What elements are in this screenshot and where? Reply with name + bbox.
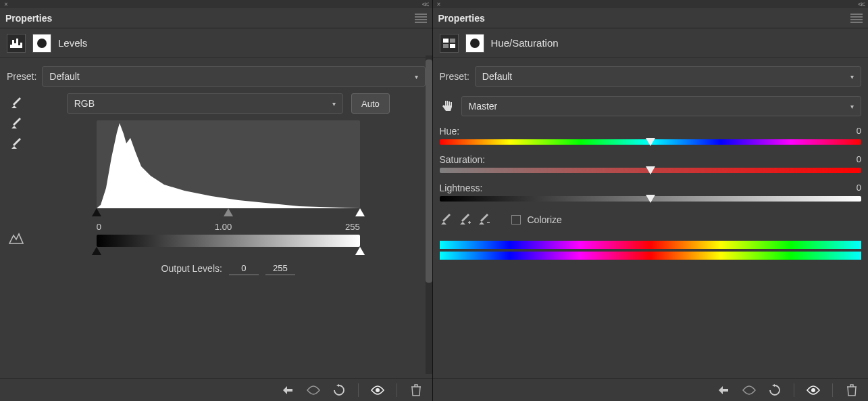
clip-warning-icon[interactable] <box>8 233 24 247</box>
output-low-value[interactable]: 0 <box>229 262 259 275</box>
svg-point-5 <box>811 388 815 392</box>
hue-slider-handle[interactable] <box>646 138 655 146</box>
panel-footer <box>433 378 869 401</box>
shadow-slider-handle[interactable] <box>92 208 101 216</box>
svg-rect-2 <box>450 39 455 43</box>
saturation-label: Saturation: <box>440 154 486 165</box>
view-previous-icon[interactable] <box>742 383 756 397</box>
reset-icon[interactable] <box>768 383 782 397</box>
channel-select[interactable]: RGB ▾ <box>67 93 343 114</box>
chevron-down-icon: ▾ <box>332 100 336 108</box>
lightness-slider-handle[interactable] <box>646 195 655 203</box>
adjustment-name: Levels <box>58 37 87 49</box>
close-icon[interactable]: × <box>437 1 441 8</box>
lightness-slider[interactable] <box>440 196 862 202</box>
panel-menu-icon[interactable] <box>415 14 427 23</box>
chevron-down-icon: ▾ <box>850 73 854 80</box>
scrollbar[interactable] <box>426 55 432 374</box>
svg-rect-4 <box>450 44 455 48</box>
output-gradient <box>97 235 360 247</box>
panel-title: Properties <box>5 13 52 24</box>
svg-rect-1 <box>443 39 449 43</box>
spectrum-bar-bottom <box>440 252 862 260</box>
midtone-slider-handle[interactable] <box>224 208 233 216</box>
spectrum-bars <box>440 241 862 260</box>
trash-icon[interactable] <box>409 383 423 397</box>
output-highlight-handle[interactable] <box>355 247 365 255</box>
hue-sat-icon <box>440 34 459 53</box>
highlight-input-value[interactable]: 255 <box>345 222 360 232</box>
color-range-select[interactable]: Master ▾ <box>461 96 862 116</box>
svg-rect-3 <box>443 44 449 48</box>
eyedropper-add-icon[interactable] <box>459 214 471 226</box>
input-slider-track[interactable] <box>97 208 360 219</box>
lightness-slider-block: Lightness: 0 <box>440 183 862 202</box>
clip-to-layer-icon[interactable] <box>717 383 730 397</box>
preset-select[interactable]: Default ▾ <box>42 66 425 87</box>
saturation-slider-handle[interactable] <box>646 166 655 174</box>
svg-point-0 <box>376 388 380 392</box>
midtone-input-value[interactable]: 1.00 <box>215 222 232 232</box>
saturation-slider-block: Saturation: 0 <box>440 154 862 173</box>
panel-menu-icon[interactable] <box>850 14 863 23</box>
panel-title: Properties <box>438 13 485 24</box>
black-point-eyedropper-icon[interactable] <box>10 97 22 110</box>
preset-row: Preset: Default ▾ <box>440 66 862 87</box>
layer-mask-icon[interactable] <box>465 34 484 53</box>
auto-button[interactable]: Auto <box>351 93 390 114</box>
preset-label: Preset: <box>440 71 469 82</box>
input-values-row: 0 1.00 255 <box>97 219 360 235</box>
gray-point-eyedropper-icon[interactable] <box>10 118 22 130</box>
white-point-eyedropper-icon[interactable] <box>10 138 22 150</box>
preset-label: Preset: <box>7 71 36 82</box>
hue-label: Hue: <box>440 126 460 137</box>
output-high-value[interactable]: 255 <box>265 262 295 275</box>
levels-icon <box>7 34 26 53</box>
adjustment-header: Levels <box>0 28 432 58</box>
close-icon[interactable]: × <box>4 1 8 8</box>
reset-icon[interactable] <box>332 383 346 397</box>
collapse-icon[interactable]: << <box>858 0 864 8</box>
lightness-value[interactable]: 0 <box>857 183 861 193</box>
trash-icon[interactable] <box>845 383 859 397</box>
output-shadow-handle[interactable] <box>92 247 101 255</box>
histogram <box>97 120 360 208</box>
colorize-label: Colorize <box>528 214 562 225</box>
hue-sat-body: Preset: Default ▾ Master ▾ Hue: 0 <box>433 58 869 378</box>
colorize-row: Colorize <box>440 214 862 226</box>
saturation-slider[interactable] <box>440 168 862 173</box>
view-previous-icon[interactable] <box>307 383 320 397</box>
panel-topbar: × << <box>0 0 432 8</box>
saturation-value[interactable]: 0 <box>857 154 861 165</box>
highlight-slider-handle[interactable] <box>355 208 365 216</box>
histogram-area: RGB ▾ Auto 0 1.00 <box>31 93 426 275</box>
layer-mask-icon[interactable] <box>32 34 51 53</box>
output-levels-label: Output Levels: <box>161 263 222 274</box>
eyedropper-column <box>7 93 26 275</box>
hue-slider[interactable] <box>440 139 862 145</box>
levels-panel: × << Properties Levels Preset: Default ▾ <box>0 0 432 401</box>
visibility-icon[interactable] <box>371 383 384 397</box>
eyedropper-icon[interactable] <box>440 214 452 226</box>
adjustment-name: Hue/Saturation <box>491 37 559 49</box>
clip-to-layer-icon[interactable] <box>281 383 295 397</box>
output-levels-row: Output Levels: 0 255 <box>97 262 360 275</box>
preset-select[interactable]: Default ▾ <box>475 66 861 87</box>
adjustment-header: Hue/Saturation <box>433 28 869 58</box>
output-slider-track[interactable] <box>97 247 360 258</box>
hue-value[interactable]: 0 <box>857 126 861 137</box>
chevron-down-icon: ▾ <box>415 73 418 80</box>
collapse-icon[interactable]: << <box>422 0 428 8</box>
shadow-input-value[interactable]: 0 <box>97 222 101 232</box>
scrubby-hand-icon[interactable] <box>440 98 456 114</box>
panel-footer <box>0 378 432 401</box>
hue-slider-block: Hue: 0 <box>440 126 862 145</box>
visibility-icon[interactable] <box>807 383 820 397</box>
panel-title-bar: Properties <box>0 8 432 28</box>
spectrum-bar-top <box>440 241 862 249</box>
hue-saturation-panel: × << Properties Hue/Saturation Preset: D… <box>433 0 869 401</box>
eyedropper-subtract-icon[interactable] <box>478 214 490 226</box>
panel-topbar: × << <box>433 0 869 8</box>
range-row: Master ▾ <box>440 96 862 116</box>
colorize-checkbox[interactable] <box>511 215 521 225</box>
